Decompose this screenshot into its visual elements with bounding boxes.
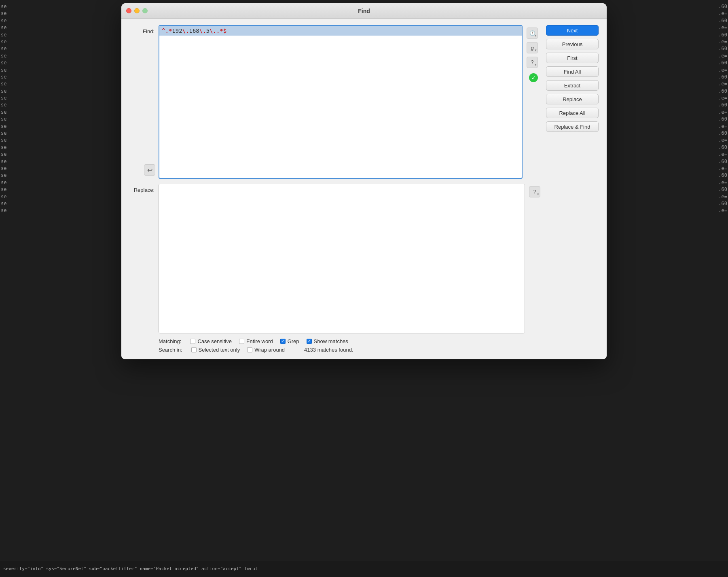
matching-label: Matching: [159,338,181,344]
entire-word-option[interactable]: Entire word [239,338,273,344]
find-text-highlighted: ^.*192\.168\.5\..*$ [159,26,522,36]
help-icon-button[interactable]: ? ▾ [527,57,538,68]
find-all-button[interactable]: Find All [546,66,599,77]
titlebar: Find [121,3,607,19]
replace-button[interactable]: Replace [546,94,599,104]
find-input-wrapper: ↩ ^.*192\.168\.5\..*$ [159,25,523,179]
grep-icon-button[interactable]: g ▾ [527,42,538,53]
case-sensitive-label: Case sensitive [197,338,232,344]
find-side-icons: 🕐 ▾ g ▾ ? ▾ ✓ [527,25,540,84]
close-button[interactable] [126,8,131,13]
clock-icon-button[interactable]: 🕐 ▾ [527,28,538,39]
options-section: Matching: Case sensitive Entire word Gre… [129,338,599,353]
bg-bottom-bar: severity="info" sys="SecureNet" sub="pac… [0,561,728,577]
regex-5: 5 [206,28,210,34]
selected-text-only-checkbox[interactable] [191,347,197,352]
grep-option[interactable]: Grep [280,338,299,344]
search-in-options-line: Search in: Selected text only Wrap aroun… [159,347,599,353]
replace-side-icons: ? ▾ [529,184,540,197]
grep-label: Grep [288,338,299,344]
selected-text-only-label: Selected text only [199,347,240,353]
matches-count: 4133 matches found. [304,347,353,353]
bg-left-column: se se se se se se se se se se se se se s… [0,0,9,561]
bg-right-column: .60 .e= .60 .e= .60 .e= .60 .e= .60 .e= … [704,0,728,561]
replace-and-find-button[interactable]: Replace & Find [546,121,599,132]
case-sensitive-option[interactable]: Case sensitive [190,338,232,344]
previous-button[interactable]: Previous [546,39,599,49]
replace-textarea[interactable] [159,184,525,333]
wrap-symbol-icon: ↩ [147,166,152,174]
replace-input-wrapper [159,184,525,333]
wrap-symbol-button[interactable]: ↩ [144,164,155,176]
minimize-button[interactable] [134,8,140,13]
regex-backslash2: \. [199,28,206,34]
show-matches-label: Show matches [314,338,348,344]
regex-168: 168 [189,28,199,34]
replace-help-dropdown-arrow: ▾ [537,192,539,196]
search-in-label: Search in: [159,347,182,353]
regex-backslash1: \. [182,28,189,34]
wrap-around-label: Wrap around [254,347,285,353]
find-row: Find: ↩ ^.*192\.168\.5\..*$ [129,25,599,179]
regex-dot2: . [216,28,220,34]
find-action-buttons: Next Previous First Find All Extract Rep… [546,25,599,132]
help-dropdown-arrow: ▾ [535,63,537,67]
wrap-around-option[interactable]: Wrap around [247,347,285,353]
question-icon: ? [531,59,534,65]
status-check-icon: ✓ [529,73,538,82]
replace-question-icon: ? [533,189,536,195]
selected-text-only-option[interactable]: Selected text only [191,347,240,353]
wrap-around-checkbox[interactable] [247,347,252,352]
replace-label: Replace: [129,184,159,193]
case-sensitive-checkbox[interactable] [190,339,195,344]
find-dialog: Find Find: ↩ ^.*192\.168\.5\..*$ [121,3,607,359]
find-textarea[interactable] [159,36,522,177]
next-button[interactable]: Next [546,25,599,36]
matching-options-line: Matching: Case sensitive Entire word Gre… [159,338,599,344]
grep-checkbox[interactable] [280,339,286,344]
grep-dropdown-arrow: ▾ [535,48,537,52]
find-label: Find: [129,25,159,34]
regex-caret: ^ [162,28,165,34]
replace-row: Replace: ? ▾ [129,184,599,333]
status-check-container: ✓ [528,72,539,83]
replace-input-container [159,184,525,333]
traffic-lights [126,8,148,13]
entire-word-checkbox[interactable] [239,339,244,344]
regex-dollar: $ [223,28,226,34]
regex-star2: * [220,28,223,34]
regex-192: 192 [172,28,182,34]
find-input-container: ^.*192\.168\.5\..*$ [159,25,523,179]
replace-all-button[interactable]: Replace All [546,108,599,118]
replace-help-icon-button[interactable]: ? ▾ [529,186,540,197]
entire-word-label: Entire word [246,338,273,344]
extract-button[interactable]: Extract [546,80,599,91]
grep-label-icon: g [531,45,533,51]
regex-dot1: . [165,28,168,34]
dialog-body: Find: ↩ ^.*192\.168\.5\..*$ [121,19,607,359]
clock-dropdown-arrow: ▾ [535,34,537,38]
maximize-button[interactable] [142,8,148,13]
show-matches-option[interactable]: Show matches [307,338,348,344]
regex-backslash3: \. [210,28,216,34]
dialog-title: Find [358,8,370,14]
show-matches-checkbox[interactable] [307,339,312,344]
regex-star1: * [169,28,172,34]
first-button[interactable]: First [546,53,599,63]
